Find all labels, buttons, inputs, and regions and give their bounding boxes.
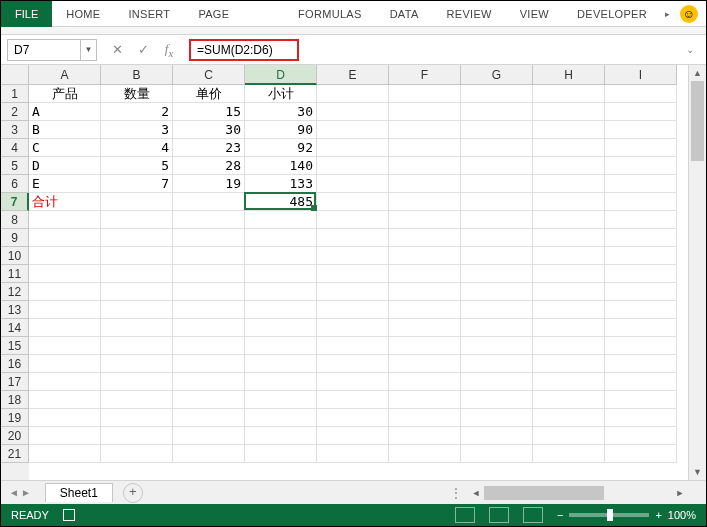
- cell-H18[interactable]: [533, 391, 605, 409]
- cell-H16[interactable]: [533, 355, 605, 373]
- row-header-13[interactable]: 13: [1, 301, 29, 319]
- smiley-icon[interactable]: ☺: [680, 5, 698, 23]
- zoom-control[interactable]: − + 100%: [557, 509, 696, 521]
- row-header-19[interactable]: 19: [1, 409, 29, 427]
- cell-D12[interactable]: [245, 283, 317, 301]
- cell-E2[interactable]: [317, 103, 389, 121]
- col-header-B[interactable]: B: [101, 65, 173, 85]
- cell-C4[interactable]: 23: [173, 139, 245, 157]
- cell-B12[interactable]: [101, 283, 173, 301]
- cell-C17[interactable]: [173, 373, 245, 391]
- cell-D18[interactable]: [245, 391, 317, 409]
- cell-F20[interactable]: [389, 427, 461, 445]
- zoom-slider[interactable]: [569, 513, 649, 517]
- cell-D10[interactable]: [245, 247, 317, 265]
- v-scroll-thumb[interactable]: [691, 81, 704, 161]
- cell-B5[interactable]: 5: [101, 157, 173, 175]
- cell-A21[interactable]: [29, 445, 101, 463]
- row-header-3[interactable]: 3: [1, 121, 29, 139]
- cell-C18[interactable]: [173, 391, 245, 409]
- cell-E6[interactable]: [317, 175, 389, 193]
- cell-G15[interactable]: [461, 337, 533, 355]
- cell-H5[interactable]: [533, 157, 605, 175]
- cell-G9[interactable]: [461, 229, 533, 247]
- cell-A3[interactable]: B: [29, 121, 101, 139]
- cell-D15[interactable]: [245, 337, 317, 355]
- tab-developer[interactable]: DEVELOPER: [563, 1, 661, 27]
- cell-B16[interactable]: [101, 355, 173, 373]
- cell-A7[interactable]: 合计: [29, 193, 101, 211]
- view-page-layout-icon[interactable]: [489, 507, 509, 523]
- cell-I15[interactable]: [605, 337, 677, 355]
- row-header-4[interactable]: 4: [1, 139, 29, 157]
- tab-insert[interactable]: INSERT: [114, 1, 184, 27]
- row-header-18[interactable]: 18: [1, 391, 29, 409]
- cell-C5[interactable]: 28: [173, 157, 245, 175]
- row-header-11[interactable]: 11: [1, 265, 29, 283]
- cell-D13[interactable]: [245, 301, 317, 319]
- cell-C20[interactable]: [173, 427, 245, 445]
- cell-D3[interactable]: 90: [245, 121, 317, 139]
- cell-I10[interactable]: [605, 247, 677, 265]
- cell-A15[interactable]: [29, 337, 101, 355]
- tab-review[interactable]: REVIEW: [433, 1, 506, 27]
- ribbon-overflow-icon[interactable]: ▸: [661, 9, 674, 19]
- cell-A17[interactable]: [29, 373, 101, 391]
- sheet-tab-sheet1[interactable]: Sheet1: [45, 483, 113, 502]
- cell-E14[interactable]: [317, 319, 389, 337]
- cell-G1[interactable]: [461, 85, 533, 103]
- cell-F1[interactable]: [389, 85, 461, 103]
- cell-G2[interactable]: [461, 103, 533, 121]
- cell-I7[interactable]: [605, 193, 677, 211]
- scroll-down-icon[interactable]: ▼: [689, 464, 706, 480]
- cell-B21[interactable]: [101, 445, 173, 463]
- select-all-corner[interactable]: [1, 65, 29, 85]
- cell-H17[interactable]: [533, 373, 605, 391]
- cell-B11[interactable]: [101, 265, 173, 283]
- cell-E5[interactable]: [317, 157, 389, 175]
- row-header-8[interactable]: 8: [1, 211, 29, 229]
- cell-H20[interactable]: [533, 427, 605, 445]
- cell-D21[interactable]: [245, 445, 317, 463]
- row-header-16[interactable]: 16: [1, 355, 29, 373]
- cell-A9[interactable]: [29, 229, 101, 247]
- cell-B8[interactable]: [101, 211, 173, 229]
- cell-F8[interactable]: [389, 211, 461, 229]
- sheet-nav-next-icon[interactable]: ►: [21, 487, 31, 498]
- view-normal-icon[interactable]: [455, 507, 475, 523]
- cell-E13[interactable]: [317, 301, 389, 319]
- row-header-12[interactable]: 12: [1, 283, 29, 301]
- cell-F5[interactable]: [389, 157, 461, 175]
- cell-F11[interactable]: [389, 265, 461, 283]
- cell-I14[interactable]: [605, 319, 677, 337]
- row-header-7[interactable]: 7: [1, 193, 29, 211]
- cell-E21[interactable]: [317, 445, 389, 463]
- col-header-H[interactable]: H: [533, 65, 605, 85]
- cell-I18[interactable]: [605, 391, 677, 409]
- cell-E11[interactable]: [317, 265, 389, 283]
- cell-D8[interactable]: [245, 211, 317, 229]
- sheet-nav-buttons[interactable]: ◄ ►: [1, 487, 39, 498]
- row-header-10[interactable]: 10: [1, 247, 29, 265]
- cell-C10[interactable]: [173, 247, 245, 265]
- view-page-break-icon[interactable]: [523, 507, 543, 523]
- cell-G18[interactable]: [461, 391, 533, 409]
- cell-H8[interactable]: [533, 211, 605, 229]
- cell-B2[interactable]: 2: [101, 103, 173, 121]
- row-header-9[interactable]: 9: [1, 229, 29, 247]
- cell-G11[interactable]: [461, 265, 533, 283]
- cell-A6[interactable]: E: [29, 175, 101, 193]
- cell-C1[interactable]: 单价: [173, 85, 245, 103]
- cell-C7[interactable]: [173, 193, 245, 211]
- cell-F3[interactable]: [389, 121, 461, 139]
- cell-C9[interactable]: [173, 229, 245, 247]
- cell-A11[interactable]: [29, 265, 101, 283]
- cell-C8[interactable]: [173, 211, 245, 229]
- cell-E20[interactable]: [317, 427, 389, 445]
- cell-H7[interactable]: [533, 193, 605, 211]
- cell-I5[interactable]: [605, 157, 677, 175]
- cell-B1[interactable]: 数量: [101, 85, 173, 103]
- cancel-formula-icon[interactable]: ✕: [109, 42, 125, 57]
- cell-I8[interactable]: [605, 211, 677, 229]
- cell-G21[interactable]: [461, 445, 533, 463]
